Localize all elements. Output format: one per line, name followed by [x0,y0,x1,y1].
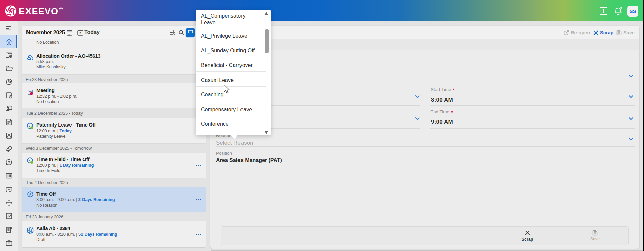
svg-text:?: ? [8,160,10,164]
